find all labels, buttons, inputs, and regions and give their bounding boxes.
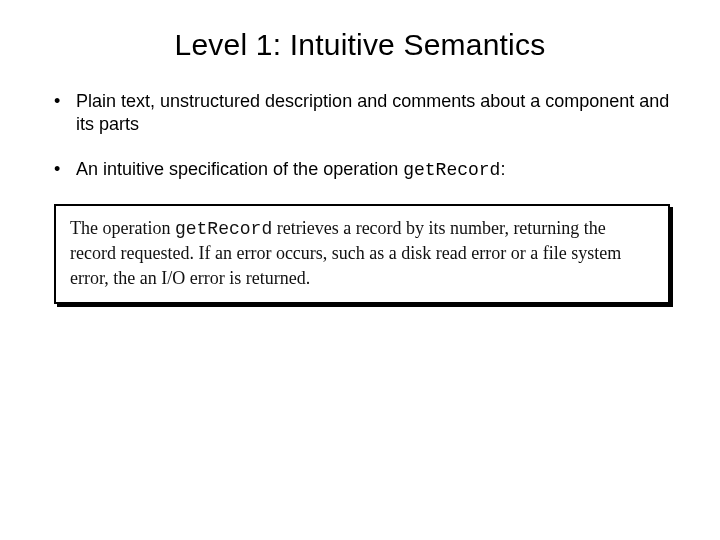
spec-text-pre: The operation xyxy=(70,218,175,238)
bullet-text-2-post: : xyxy=(500,159,505,179)
bullet-item-2: An intuitive specification of the operat… xyxy=(48,158,680,182)
bullet-list: Plain text, unstructured description and… xyxy=(40,90,680,182)
bullet-item-1: Plain text, unstructured description and… xyxy=(48,90,680,136)
bullet-code-2: getRecord xyxy=(403,160,500,180)
bullet-text-2-pre: An intuitive specification of the operat… xyxy=(76,159,403,179)
spec-code: getRecord xyxy=(175,219,272,239)
slide-title: Level 1: Intuitive Semantics xyxy=(40,28,680,62)
spec-box: The operation getRecord retrieves a reco… xyxy=(54,204,670,304)
bullet-text-1: Plain text, unstructured description and… xyxy=(76,91,669,134)
slide: Level 1: Intuitive Semantics Plain text,… xyxy=(0,0,720,540)
